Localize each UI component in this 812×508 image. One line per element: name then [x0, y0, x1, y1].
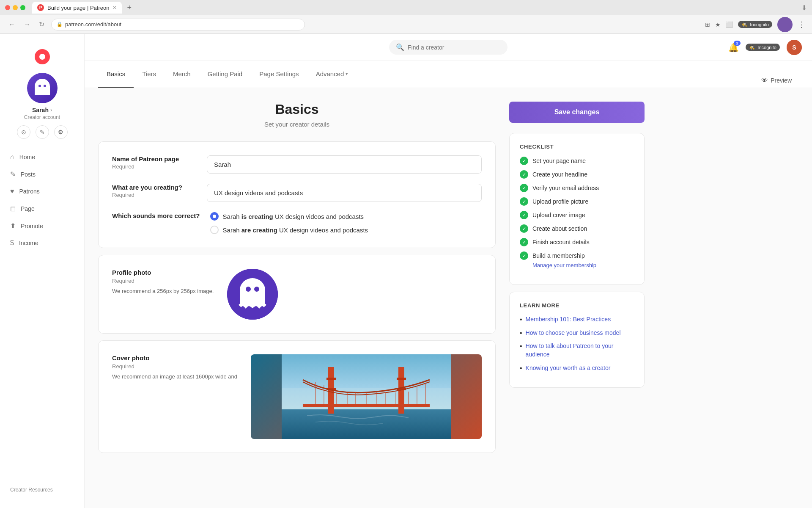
learn-more-link-4[interactable]: Knowing your worth as a creator — [526, 364, 611, 373]
sidebar-item-promote-label: Promote — [21, 223, 43, 229]
radio-option-is-creating[interactable]: Sarah is creating UX design videos and p… — [210, 212, 482, 221]
basic-info-card: Name of Patreon page Required What are y… — [98, 141, 496, 248]
manage-membership-link[interactable]: Manage your membership — [532, 262, 596, 268]
learn-more-item-3: • How to talk about Patreon to your audi… — [520, 342, 634, 359]
check-icon-about: ✓ — [520, 224, 528, 233]
close-button-traffic[interactable] — [5, 5, 10, 10]
browser-titlebar: P Build your page | Patreon ✕ + ⬇ — [0, 0, 812, 15]
username-arrow: › — [50, 107, 52, 113]
svg-point-9 — [246, 287, 251, 292]
address-bar[interactable]: 🔒 patreon.com/edit/about — [51, 19, 305, 30]
learn-more-link-1[interactable]: Membership 101: Best Practices — [526, 315, 611, 324]
content-area: Basics Set your creator details Name of … — [85, 88, 812, 508]
check-icon-page-name: ✓ — [520, 157, 528, 165]
radio-options: Sarah is creating UX design videos and p… — [210, 212, 482, 234]
chevron-down-icon: ▾ — [346, 71, 348, 77]
check-icon-account-details: ✓ — [520, 238, 528, 246]
tab-close-icon[interactable]: ✕ — [112, 5, 117, 11]
app-container: Sarah › Creator account ⊙ ✎ ⚙ ⌂ Home ✎ P… — [0, 34, 812, 508]
search-input[interactable] — [408, 44, 501, 51]
learn-more-link-3[interactable]: How to talk about Patreon to your audien… — [526, 342, 634, 359]
cover-photo-preview[interactable] — [251, 354, 482, 439]
creating-label: What are you creating? Required — [112, 184, 197, 198]
browser-menu-icon[interactable]: ⋮ — [798, 20, 805, 29]
sidebar-edit-button[interactable]: ✎ — [36, 125, 49, 139]
page-icon: ◻ — [10, 204, 16, 213]
tab-tiers[interactable]: Tiers — [134, 61, 165, 88]
learn-more-link-2[interactable]: How to choose your business model — [526, 329, 621, 337]
radio-label-1: Sarah is creating UX design videos and p… — [223, 213, 364, 220]
sidebar-settings-button[interactable]: ⚙ — [54, 125, 68, 139]
tab-title: Build your page | Patreon — [47, 5, 109, 11]
incognito-hat-icon: 🕵 — [741, 22, 747, 27]
checklist-item-about: ✓ Create about section — [520, 224, 634, 233]
lock-icon: 🔒 — [57, 22, 63, 27]
preview-button[interactable]: 👁 Preview — [754, 73, 798, 88]
tab-page-settings[interactable]: Page Settings — [251, 61, 307, 88]
sidebar-username[interactable]: Sarah › — [32, 107, 52, 113]
svg-point-3 — [44, 85, 46, 87]
bullet-icon-1: • — [520, 316, 522, 323]
sidebar-item-posts[interactable]: ✎ Posts — [5, 166, 79, 182]
back-button[interactable]: ← — [7, 19, 17, 30]
sidebar-item-income-label: Income — [19, 240, 38, 246]
search-bar[interactable]: 🔍 — [389, 40, 508, 55]
new-tab-button[interactable]: + — [127, 3, 132, 12]
cover-photo-info: Cover photo Required We recommend an ima… — [112, 354, 237, 381]
cast-icon[interactable]: ⊞ — [705, 21, 710, 28]
check-icon-profile-pic: ✓ — [520, 197, 528, 206]
tab-basics[interactable]: Basics — [98, 61, 134, 88]
sidebar-item-income[interactable]: $ Income — [5, 235, 79, 251]
profile-photo-preview[interactable] — [227, 269, 278, 320]
checklist-item-account-details: ✓ Finish account details — [520, 238, 634, 246]
save-changes-button[interactable]: Save changes — [509, 102, 645, 123]
sidebar-item-promote[interactable]: ⬆ Promote — [5, 218, 79, 234]
cover-photo-card: Cover photo Required We recommend an ima… — [98, 340, 496, 453]
radio-field: Which sounds more correct? Sarah is crea… — [112, 212, 482, 234]
forward-button[interactable]: → — [22, 19, 32, 30]
radio-label: Which sounds more correct? — [112, 212, 200, 219]
creator-resources-link[interactable]: Creator Resources — [0, 480, 84, 500]
sidebar-role: Creator account — [24, 114, 60, 120]
page-name-input[interactable] — [207, 155, 482, 174]
incognito-badge: 🕵 Incognito — [738, 21, 772, 28]
tab-advanced[interactable]: Advanced ▾ — [307, 61, 357, 88]
radio-option-are-creating[interactable]: Sarah are creating UX design videos and … — [210, 226, 482, 234]
notification-bell[interactable]: 🔔 2 — [728, 42, 739, 52]
tab-getting-paid[interactable]: Getting Paid — [199, 61, 251, 88]
main-content: 🔍 🔔 2 🕵 Incognito S Basics — [85, 34, 812, 508]
radio-label-2: Sarah are creating UX design videos and … — [223, 226, 368, 234]
app-header: 🔍 🔔 2 🕵 Incognito S — [85, 34, 812, 61]
home-icon: ⌂ — [10, 153, 14, 161]
form-section: Basics Set your creator details Name of … — [98, 102, 496, 494]
page-subtitle: Set your creator details — [98, 121, 496, 128]
posts-icon: ✎ — [10, 170, 16, 178]
header-incognito-badge: 🕵 Incognito — [746, 44, 780, 51]
learn-more-section: LEARN MORE • Membership 101: Best Practi… — [509, 292, 645, 388]
svg-rect-12 — [282, 409, 451, 439]
url-text: patreon.com/edit/about — [65, 21, 121, 28]
bookmark-icon[interactable]: ★ — [715, 21, 721, 28]
sidebar-view-page-button[interactable]: ⊙ — [17, 125, 30, 139]
learn-more-item-2: • How to choose your business model — [520, 329, 634, 337]
check-icon-cover-image: ✓ — [520, 211, 528, 219]
browser-tab-active[interactable]: P Build your page | Patreon ✕ — [32, 2, 122, 14]
maximize-button-traffic[interactable] — [20, 5, 25, 10]
minimize-button-traffic[interactable] — [13, 5, 18, 10]
patreon-logo-sidebar[interactable] — [35, 49, 50, 64]
refresh-button[interactable]: ↻ — [37, 19, 46, 30]
sidebar-item-page[interactable]: ◻ Page — [5, 200, 79, 217]
sidebar-item-home[interactable]: ⌂ Home — [5, 149, 79, 165]
window-controls: ⬇ — [801, 4, 807, 12]
browser-account-avatar[interactable] — [777, 17, 793, 32]
header-user-avatar[interactable]: S — [787, 40, 802, 55]
learn-more-title: LEARN MORE — [520, 302, 634, 309]
sidebar: Sarah › Creator account ⊙ ✎ ⚙ ⌂ Home ✎ P… — [0, 34, 85, 508]
creating-input[interactable] — [207, 184, 482, 202]
profile-photo-card: Profile photo Required We recommend a 25… — [98, 255, 496, 334]
profile-icon[interactable]: ⬜ — [726, 21, 733, 28]
tab-merch[interactable]: Merch — [165, 61, 199, 88]
sidebar-profile: Sarah › Creator account ⊙ ✎ ⚙ — [0, 42, 84, 149]
sidebar-item-patrons[interactable]: ♥ Patrons — [5, 183, 79, 199]
checklist-item-profile-pic: ✓ Upload profile picture — [520, 197, 634, 206]
